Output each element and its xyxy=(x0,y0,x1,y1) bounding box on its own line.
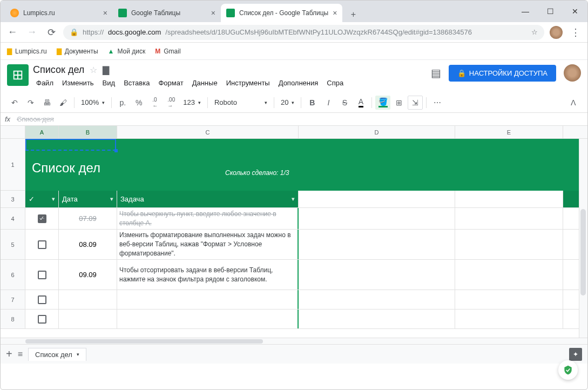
all-sheets-button[interactable]: ≡ xyxy=(18,349,23,359)
increase-decimal-button[interactable]: .00→ xyxy=(164,96,179,110)
add-sheet-button[interactable]: + xyxy=(6,348,12,360)
strike-button[interactable]: S xyxy=(337,96,352,110)
omnibox[interactable]: 🔒 https://docs.google.com/spreadsheets/d… xyxy=(63,25,544,40)
cell-empty[interactable] xyxy=(299,260,455,290)
cell-empty[interactable] xyxy=(455,260,563,290)
close-icon[interactable]: × xyxy=(333,9,337,17)
menu-addons[interactable]: Дополнения xyxy=(275,77,322,89)
cell-date[interactable] xyxy=(59,310,117,328)
scrollbar-thumb[interactable] xyxy=(580,209,586,295)
col-header-a[interactable]: A xyxy=(25,126,59,138)
filter-icon[interactable]: ▾ xyxy=(110,196,113,203)
row-header[interactable]: 1 xyxy=(1,139,25,191)
zoom-select[interactable]: 100%▾ xyxy=(78,98,108,106)
bookmark-item[interactable]: ▲Мой диск xyxy=(108,48,146,55)
cell-task[interactable]: Чтобы отсортировать задачи в веб-версии … xyxy=(117,260,299,290)
merge-button[interactable]: ⇲ xyxy=(408,96,423,110)
profile-avatar[interactable] xyxy=(549,25,564,40)
browser-tab-active[interactable]: Список дел - Google Таблицы × xyxy=(221,4,342,22)
chevron-down-icon[interactable]: ▾ xyxy=(77,352,79,357)
filter-icon[interactable]: ▾ xyxy=(52,196,55,203)
checkbox-icon[interactable] xyxy=(38,271,46,279)
sheets-logo[interactable] xyxy=(7,64,29,86)
cell-empty[interactable] xyxy=(455,208,563,229)
table-row[interactable] xyxy=(25,310,587,329)
more-button[interactable]: ⋯ xyxy=(430,96,445,110)
row-header[interactable]: 7 xyxy=(1,290,25,310)
back-button[interactable]: ← xyxy=(5,25,20,40)
select-all-corner[interactable] xyxy=(1,126,25,138)
hero-row[interactable]: Список дел Сколько сделано: 1/3 xyxy=(25,139,587,191)
maximize-button[interactable]: ☐ xyxy=(538,1,563,22)
close-icon[interactable]: × xyxy=(103,9,107,17)
cell-empty[interactable] xyxy=(299,310,455,328)
table-row[interactable] xyxy=(25,290,587,310)
cell-date[interactable]: 09.09 xyxy=(59,260,117,290)
bookmark-item[interactable]: ▇Lumpics.ru xyxy=(7,48,47,55)
fontsize-select[interactable]: 20▾ xyxy=(278,98,298,106)
menu-view[interactable]: Вид xyxy=(99,77,119,89)
print-button[interactable]: 🖶 xyxy=(39,96,55,110)
scrollbar-thumb[interactable] xyxy=(25,339,263,344)
forward-button[interactable]: → xyxy=(24,25,39,40)
reload-button[interactable]: ⟳ xyxy=(44,25,59,40)
browser-tab[interactable]: Lumpics.ru × xyxy=(5,4,113,22)
close-icon[interactable]: × xyxy=(211,9,215,17)
cell-task[interactable] xyxy=(117,290,299,309)
vertical-scrollbar[interactable] xyxy=(579,139,587,338)
number-format-select[interactable]: 123▾ xyxy=(180,98,204,106)
bookmark-item[interactable]: ▇Документы xyxy=(57,48,98,55)
menu-data[interactable]: Данные xyxy=(189,77,221,89)
account-avatar[interactable] xyxy=(564,64,581,82)
menu-file[interactable]: Файл xyxy=(33,77,57,89)
shield-badge[interactable] xyxy=(558,360,578,380)
collapse-toolbar-button[interactable]: ᐱ xyxy=(566,96,581,110)
cell-empty[interactable] xyxy=(299,290,455,309)
fill-color-button[interactable]: 🪣 xyxy=(375,96,390,110)
browser-tab[interactable]: Google Таблицы × xyxy=(113,4,221,22)
menu-tools[interactable]: Инструменты xyxy=(223,77,273,89)
cell-empty[interactable] xyxy=(299,208,455,229)
bold-button[interactable]: B xyxy=(305,96,320,110)
cell-task[interactable] xyxy=(117,310,299,328)
redo-button[interactable]: ↷ xyxy=(23,96,38,110)
cell-empty[interactable] xyxy=(455,230,563,259)
col-header-d[interactable]: D xyxy=(299,126,455,138)
horizontal-scrollbar[interactable] xyxy=(1,338,587,344)
star-icon[interactable]: ☆ xyxy=(90,65,97,75)
menu-edit[interactable]: Изменить xyxy=(59,77,97,89)
comments-icon[interactable]: ▤ xyxy=(431,66,441,79)
table-header-row[interactable]: ✓▾ Дата▾ Задача▾ xyxy=(25,191,587,208)
filter-icon[interactable]: ▾ xyxy=(292,196,295,203)
menu-help[interactable]: Спра xyxy=(323,77,347,89)
sheet-tab[interactable]: Список дел▾ xyxy=(28,348,86,361)
decrease-decimal-button[interactable]: .0← xyxy=(147,96,163,110)
cell-empty[interactable] xyxy=(455,290,563,309)
col-header-b[interactable]: B xyxy=(59,126,117,138)
selection-handle[interactable] xyxy=(114,149,118,152)
checkbox-icon[interactable] xyxy=(38,240,46,249)
font-select[interactable]: Roboto▾ xyxy=(211,98,271,106)
new-tab-button[interactable]: + xyxy=(346,7,361,22)
cell-date[interactable]: 08.09 xyxy=(59,230,117,259)
star-icon[interactable]: ☆ xyxy=(531,28,538,36)
share-button[interactable]: 🔒 НАСТРОЙКИ ДОСТУПА xyxy=(449,65,556,82)
checkbox-icon[interactable] xyxy=(38,214,46,223)
row-header[interactable]: 4 xyxy=(1,208,25,230)
table-row[interactable]: 08.09 Изменить форматирование выполненны… xyxy=(25,230,587,260)
explore-button[interactable]: ✦ xyxy=(569,348,582,361)
cell-task[interactable]: Чтобы вычеркнуть пункт, введите любое зн… xyxy=(117,208,299,229)
document-title[interactable]: Список дел xyxy=(33,64,84,76)
menu-format[interactable]: Формат xyxy=(155,77,186,89)
cell-empty[interactable] xyxy=(455,310,563,328)
percent-button[interactable]: % xyxy=(131,96,146,110)
undo-button[interactable]: ↶ xyxy=(7,96,22,110)
close-window-button[interactable]: ✕ xyxy=(563,1,587,22)
row-header[interactable]: 5 xyxy=(1,230,25,260)
row-header[interactable]: 6 xyxy=(1,260,25,290)
checkbox-icon[interactable] xyxy=(38,315,46,324)
cell-empty[interactable] xyxy=(299,230,455,259)
italic-button[interactable]: I xyxy=(321,96,336,110)
paint-format-button[interactable]: 🖌 xyxy=(56,96,71,110)
table-row[interactable]: 09.09 Чтобы отсортировать задачи в веб-в… xyxy=(25,260,587,290)
